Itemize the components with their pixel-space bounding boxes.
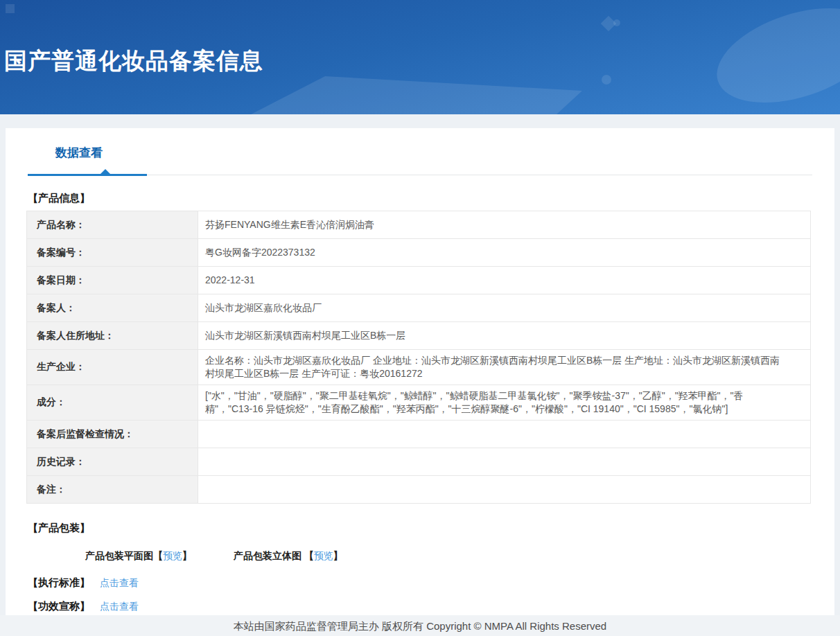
- active-tab-arrow-icon: [100, 169, 111, 175]
- row-label: 备案人：: [27, 294, 198, 322]
- table-row: 产品名称： 芬扬FENYANG维生素E香沁倍润焗油膏: [27, 211, 811, 239]
- page-header: 国产普通化妆品备案信息: [0, 0, 840, 114]
- active-tab-indicator: [28, 174, 147, 176]
- row-value: [198, 448, 811, 476]
- packaging-flat-preview-link[interactable]: 预览: [163, 550, 182, 561]
- bracket-close: 】: [182, 550, 192, 561]
- table-row: 历史记录：: [27, 448, 811, 476]
- decorative-ellipse: [705, 0, 840, 114]
- packaging-section-title: 【产品包装】: [28, 522, 834, 535]
- packaging-stereo-label: 产品包装立体图: [234, 550, 301, 561]
- row-label: 备案后监督检查情况：: [27, 421, 198, 448]
- row-value: [198, 421, 811, 448]
- row-label: 成分：: [27, 385, 198, 421]
- table-row: 备案编号： 粤G妆网备字2022373132: [27, 239, 811, 267]
- bracket-close: 】: [333, 550, 343, 561]
- row-label: 备案编号：: [27, 239, 198, 267]
- table-row: 备注：: [27, 476, 811, 504]
- table-row: 备案后监督检查情况：: [27, 421, 811, 448]
- tab-bar: 数据查看: [6, 128, 834, 177]
- row-value: 汕头市龙湖区嘉欣化妆品厂: [198, 294, 811, 322]
- bracket-open: 【: [301, 550, 314, 561]
- decorative-square: [6, 4, 15, 13]
- row-label: 备案日期：: [27, 267, 198, 294]
- row-value: 汕头市龙湖区新溪镇西南村坝尾工业区B栋一层: [198, 322, 811, 350]
- row-label: 历史记录：: [27, 448, 198, 476]
- decorative-polygon: [215, 76, 582, 114]
- decorative-dot: [602, 75, 611, 85]
- row-value: 粤G妆网备字2022373132: [198, 239, 811, 267]
- tab-underline: [28, 174, 812, 176]
- row-value: ["水"，"甘油"，"硬脂醇"，"聚二甲基硅氧烷"，"鲸蜡醇"，"鲸蜡硬脂基二甲…: [198, 385, 811, 421]
- table-row: 生产企业： 企业名称：汕头市龙湖区嘉欣化妆品厂 企业地址：汕头市龙湖区新溪镇西南…: [27, 350, 811, 385]
- row-label: 备案人住所地址：: [27, 322, 198, 350]
- decorative-dot: [613, 19, 620, 26]
- packaging-stereo-preview-link[interactable]: 预览: [314, 550, 333, 561]
- table-row: 备案日期： 2022-12-31: [27, 267, 811, 294]
- packaging-flat-label: 产品包装平面图: [85, 550, 153, 561]
- content-card: 数据查看 【产品信息】 产品名称： 芬扬FENYANG维生素E香沁倍润焗油膏 备…: [6, 128, 834, 615]
- row-value: [198, 476, 811, 504]
- bracket-open: 【: [153, 550, 163, 561]
- page-title: 国产普通化妆品备案信息: [4, 46, 263, 77]
- row-label: 产品名称：: [27, 211, 198, 239]
- row-value: 企业名称：汕头市龙湖区嘉欣化妆品厂 企业地址：汕头市龙湖区新溪镇西南村坝尾工业区…: [198, 350, 811, 385]
- row-label: 生产企业：: [27, 350, 198, 385]
- page-footer: 本站由国家药品监督管理局主办 版权所有 Copyright © NMPA All…: [0, 615, 840, 636]
- copyright-text: 本站由国家药品监督管理局主办 版权所有 Copyright © NMPA All…: [234, 620, 606, 633]
- standard-view-link[interactable]: 点击查看: [100, 577, 139, 588]
- standard-label: 【执行标准】: [28, 576, 90, 588]
- row-label: 备注：: [27, 476, 198, 504]
- product-info-table: 产品名称： 芬扬FENYANG维生素E香沁倍润焗油膏 备案编号： 粤G妆网备字2…: [26, 211, 811, 504]
- packaging-stereo-item: 产品包装立体图 【预览】: [234, 550, 343, 561]
- table-row: 备案人住所地址： 汕头市龙湖区新溪镇西南村坝尾工业区B栋一层: [27, 322, 811, 350]
- claim-label: 【功效宣称】: [28, 600, 90, 612]
- standard-row: 【执行标准】点击查看: [28, 576, 834, 590]
- table-row: 备案人： 汕头市龙湖区嘉欣化妆品厂: [27, 294, 811, 322]
- product-info-section-title: 【产品信息】: [28, 192, 834, 205]
- packaging-flat-item: 产品包装平面图【预览】: [85, 550, 192, 561]
- claim-view-link[interactable]: 点击查看: [100, 601, 139, 612]
- row-value: 2022-12-31: [198, 267, 811, 294]
- packaging-row: 产品包装平面图【预览】 产品包装立体图 【预览】: [85, 550, 834, 563]
- claim-row: 【功效宣称】点击查看: [28, 600, 834, 613]
- table-row: 成分： ["水"，"甘油"，"硬脂醇"，"聚二甲基硅氧烷"，"鲸蜡醇"，"鲸蜡硬…: [27, 385, 811, 421]
- row-value: 芬扬FENYANG维生素E香沁倍润焗油膏: [198, 211, 811, 239]
- tab-data-view[interactable]: 数据查看: [55, 145, 103, 161]
